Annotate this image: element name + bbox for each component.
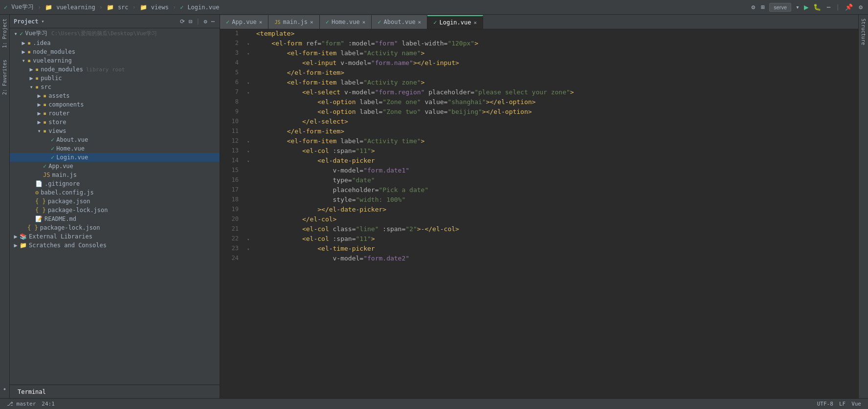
- close-icon[interactable]: ×: [474, 20, 477, 26]
- breadcrumb-item[interactable]: src: [118, 4, 129, 11]
- settings2-icon[interactable]: ⚙: [857, 3, 864, 11]
- fold-gutter[interactable]: ▾: [245, 39, 254, 49]
- dropdown-chevron-icon[interactable]: ▾: [42, 19, 45, 24]
- breadcrumb-item[interactable]: views: [151, 4, 169, 11]
- line-content: ></el-date-picker>: [254, 205, 858, 215]
- tree-item-login-vue[interactable]: ▶ ✓ Login.vue: [10, 153, 220, 162]
- fold-gutter[interactable]: ▾: [245, 78, 254, 88]
- breadcrumb-item-current[interactable]: Login.vue: [187, 4, 219, 11]
- line-number: 3: [220, 49, 245, 59]
- line-number: 5: [220, 68, 245, 78]
- tree-item-gitignore[interactable]: ▶ 📄 .gitignore: [10, 179, 220, 188]
- tree-item-components[interactable]: ▶ ▪ components: [10, 100, 220, 109]
- line-separator[interactable]: LF: [836, 401, 848, 407]
- tree-item-router[interactable]: ▶ ▪ router: [10, 109, 220, 118]
- debug-icon[interactable]: 🐛: [812, 3, 823, 11]
- pin-icon[interactable]: 📌: [844, 3, 854, 11]
- encoding[interactable]: UTF-8: [814, 401, 836, 407]
- arrow-icon: ▾: [27, 84, 35, 90]
- close-icon[interactable]: ×: [418, 19, 422, 25]
- line-content: <el-input v-model="form.name"></el-input…: [254, 59, 858, 68]
- tree-item-package-lock2[interactable]: ▶ { } package-lock.json: [10, 223, 220, 232]
- tab-main-js[interactable]: JS main.js ×: [268, 15, 319, 29]
- sidebar-tab-star[interactable]: ★: [1, 383, 8, 396]
- tree-item-store[interactable]: ▶ ▪ store: [10, 118, 220, 127]
- fold-gutter[interactable]: ▾: [245, 137, 254, 147]
- tree-item-scratches[interactable]: ▶ 📁 Scratches and Consoles: [10, 241, 220, 250]
- layout-icon[interactable]: ⊞: [759, 3, 766, 11]
- close-icon[interactable]: ×: [310, 19, 313, 25]
- project-panel: Project ▾ ⟳ ⊟ | ⚙ ⋯ ▾ ✓ Vue学习 C:\Users\爱…: [10, 15, 220, 398]
- fold-gutter[interactable]: ▾: [245, 244, 254, 254]
- terminal-tab[interactable]: Terminal: [14, 387, 50, 397]
- tree-item-idea[interactable]: ▶ ▪ .idea: [10, 39, 220, 47]
- git-branch[interactable]: ⎇ master: [4, 401, 39, 407]
- fold-gutter[interactable]: ▾: [245, 88, 254, 98]
- line-content: <el-form-item label="Activity name">: [254, 49, 858, 59]
- breadcrumb-item[interactable]: vuelearning: [56, 4, 95, 11]
- code-line-6: 6 ▾ <el-form-item label="Activity zone">: [220, 78, 858, 88]
- folder-icon: ▪: [27, 57, 31, 64]
- tree-item-node-modules-lib[interactable]: ▶ ▪ node_modules library root: [10, 65, 220, 74]
- code-line-5: 5 </el-form-item>: [220, 68, 858, 78]
- tree-item-package-lock[interactable]: ▶ { } package-lock.json: [10, 206, 220, 215]
- tab-app-vue[interactable]: ✓ App.vue ×: [220, 15, 268, 29]
- line-number: 11: [220, 127, 245, 137]
- fold-gutter: [245, 215, 254, 225]
- sidebar-tab-project[interactable]: 1: Project: [1, 15, 8, 52]
- fold-gutter: [245, 166, 254, 176]
- close-icon[interactable]: ×: [362, 19, 366, 25]
- tree-item-home-vue[interactable]: ▶ ✓ Home.vue: [10, 144, 220, 153]
- fold-gutter[interactable]: ▾: [245, 147, 254, 156]
- file-type[interactable]: Vue: [848, 401, 864, 407]
- fold-gutter[interactable]: ▾: [245, 49, 254, 59]
- vue-root-icon: ✓: [20, 30, 23, 37]
- tree-item-readme[interactable]: ▶ 📝 README.md: [10, 215, 220, 223]
- close-icon[interactable]: ×: [259, 19, 263, 25]
- settings-icon[interactable]: ⚙: [750, 3, 757, 11]
- arrow-icon: ▶: [20, 48, 27, 55]
- folder-icon: ▪: [35, 84, 39, 90]
- tree-item-assets[interactable]: ▶ ▪ assets: [10, 91, 220, 100]
- more-actions-icon[interactable]: ⋯: [825, 3, 832, 11]
- right-tab-structure[interactable]: Structure: [860, 15, 867, 49]
- code-editor[interactable]: 1 <template> 2 ▾ <el-form ref="form" :mo…: [220, 29, 858, 398]
- sidebar-tab-favorites[interactable]: 2: Favorites: [1, 56, 8, 99]
- title-bar: ✓ Vue学习 › 📁 vuelearning › 📁 src › 📁 view…: [0, 0, 868, 15]
- tree-item-public[interactable]: ▶ ▪ public: [10, 74, 220, 83]
- fold-gutter[interactable]: ▾: [245, 156, 254, 166]
- tree-item-external-libs[interactable]: ▶ 📚 External Libraries: [10, 232, 220, 241]
- arrow-icon: ▾: [20, 57, 27, 64]
- json-icon: { }: [35, 198, 46, 205]
- tree-item-node-modules-root[interactable]: ▶ ▪ node_modules: [10, 47, 220, 56]
- code-line-17: 17 placeholder="Pick a date": [220, 186, 858, 195]
- collapse-icon[interactable]: ⊟: [188, 18, 193, 25]
- tree-item-src[interactable]: ▾ ▪ src: [10, 83, 220, 91]
- tab-login-vue[interactable]: ✓ Login.vue ×: [427, 15, 483, 29]
- tree-item-vue-root[interactable]: ▾ ✓ Vue学习 C:\Users\爱闯的脑瓜\Desktop\Vue学习: [10, 28, 220, 39]
- arrow-icon: ▶: [35, 92, 43, 99]
- tree-item-main-js[interactable]: ▶ JS main.js: [10, 171, 220, 179]
- tab-home-vue[interactable]: ✓ Home.vue ×: [320, 15, 372, 29]
- tree-item-about-vue[interactable]: ▶ ✓ About.vue: [10, 135, 220, 144]
- fold-gutter: [245, 195, 254, 205]
- serve-button[interactable]: serve: [769, 3, 791, 12]
- tab-vue-icon: ✓: [378, 19, 381, 25]
- tree-item-views[interactable]: ▾ ▪ views: [10, 127, 220, 135]
- line-content: </el-select>: [254, 117, 858, 127]
- fold-gutter[interactable]: ▾: [245, 235, 254, 244]
- tree-item-vuelearning[interactable]: ▾ ▪ vuelearning: [10, 56, 220, 65]
- tree-item-app-vue[interactable]: ▶ ✓ App.vue: [10, 162, 220, 171]
- tree-item-babel[interactable]: ▶ ⚙ babel.config.js: [10, 188, 220, 197]
- breadcrumb-item[interactable]: Vue学习: [11, 3, 34, 11]
- settings3-icon[interactable]: ⚙: [203, 18, 208, 25]
- more-icon[interactable]: ⋯: [210, 18, 216, 25]
- tab-about-vue[interactable]: ✓ About.vue ×: [372, 15, 427, 29]
- dropdown-icon[interactable]: ▾: [794, 3, 801, 11]
- arrow-icon: ▶: [35, 119, 43, 126]
- line-number: 12: [220, 137, 245, 147]
- tree-item-package-json[interactable]: ▶ { } package.json: [10, 197, 220, 206]
- run-icon[interactable]: ▶: [804, 2, 809, 12]
- line-number: 2: [220, 39, 245, 49]
- refresh-icon[interactable]: ⟳: [179, 18, 186, 25]
